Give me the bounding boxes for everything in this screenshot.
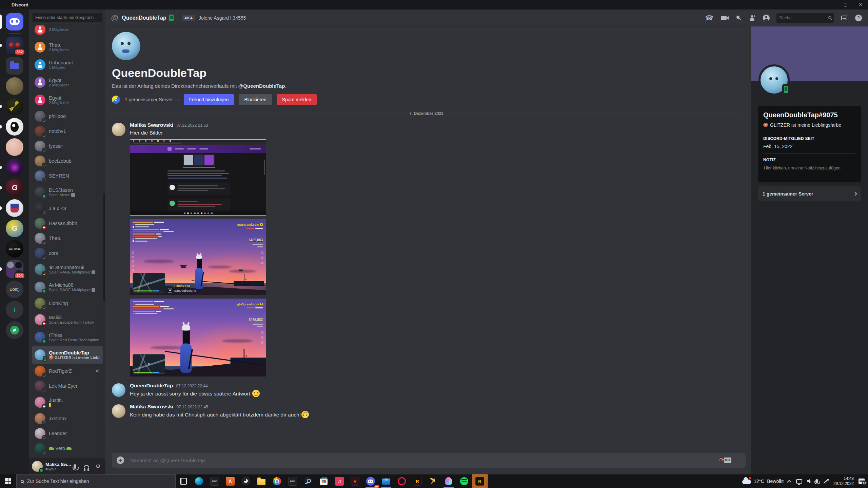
dm-item-maikiii[interactable]: MaikiiiSpielt Escape from Tarkov: [32, 311, 103, 328]
chat-search-input[interactable]: [779, 15, 828, 20]
start-button[interactable]: [0, 474, 16, 488]
sidebar-scrollbar[interactable]: [103, 193, 105, 302]
taskbar-app-explorer[interactable]: [254, 474, 269, 488]
mutual-servers-button[interactable]: 1 gemeinsamer Server: [758, 186, 861, 201]
dm-item-lionking[interactable]: LionKing: [32, 296, 103, 311]
cast-icon[interactable]: [796, 479, 802, 484]
find-conversation-button[interactable]: Finde oder starte ein Gespräch: [33, 13, 102, 22]
dm-item-lek-mai-eyer[interactable]: Lek Mai Eyer: [32, 379, 103, 393]
dm-item-jxstinhx[interactable]: Jxstinhx: [32, 411, 103, 426]
start-video-call-button[interactable]: [719, 14, 728, 22]
start-call-button[interactable]: ☎: [705, 14, 713, 22]
pen-icon[interactable]: [823, 479, 828, 484]
inbox-button[interactable]: [840, 14, 848, 22]
help-button[interactable]: ?: [854, 14, 863, 22]
taskbar-app-operagx[interactable]: [394, 474, 410, 488]
rail-item-penguin[interactable]: [0, 117, 29, 137]
taskbar-app-tiktok[interactable]: ♫: [332, 474, 347, 488]
attachment-image-forum-screenshot[interactable]: [130, 139, 266, 216]
chat-search[interactable]: [776, 13, 834, 23]
block-button[interactable]: Blockieren: [239, 94, 272, 105]
taskbar-app-taskview[interactable]: [176, 474, 191, 488]
taskbar-app-rockstar[interactable]: R: [410, 474, 425, 488]
rail-item-la-honda[interactable]: La Honda: [0, 239, 29, 259]
tray-overflow-chevron-icon[interactable]: [787, 480, 791, 484]
taskbar-app-chrome[interactable]: [269, 474, 285, 488]
taskbar-app-steam[interactable]: [300, 474, 316, 488]
rail-item-crest[interactable]: [0, 198, 29, 218]
attachment-image-gta-sunset-close[interactable]: gta5grand.com3 $465,883: [130, 299, 266, 377]
dm-item-theo-[interactable]: Theo.2 Mitglieder: [32, 38, 103, 56]
dm-item-queendoubletap[interactable]: QueenDoubleTapGLITZER ist meine Lieblin.…: [32, 346, 103, 364]
gif-picker-button[interactable]: GIF: [724, 458, 731, 463]
message-author[interactable]: QueenDoubleTap: [130, 383, 173, 389]
taskbar-app-mail[interactable]: [378, 474, 394, 488]
volume-button[interactable]: ): [807, 479, 811, 484]
pinned-messages-button[interactable]: [734, 14, 742, 22]
settings-button[interactable]: ⚙: [93, 462, 103, 471]
close-dm-icon[interactable]: ✕: [95, 368, 100, 374]
notification-center-button[interactable]: 10: [859, 479, 865, 484]
dm-item-egypt[interactable]: Egypt2 Mitglieder: [32, 74, 103, 91]
minimize-button[interactable]: [823, 0, 838, 9]
taskbar-app-obs[interactable]: [238, 474, 254, 488]
weather-widget[interactable]: 12°C Bewölkt: [742, 478, 784, 484]
dm-item-beelzebub[interactable]: beelzebub: [32, 154, 103, 168]
rail-item-server-eyes[interactable]: 362: [0, 35, 29, 56]
rail-item-monkey[interactable]: [0, 76, 29, 96]
message-scroller[interactable]: QueenDoubleTap Das ist der Anfang deines…: [105, 26, 751, 474]
chat-title[interactable]: QueenDoubleTap: [122, 15, 166, 21]
taskbar-app-valorant[interactable]: V: [347, 474, 363, 488]
attachment-image-gta-sunset[interactable]: gta5grand.com3 $465,883: [130, 219, 266, 295]
rail-item-bandit[interactable]: [0, 96, 29, 117]
dm-item-hidden[interactable]: 2 Mitglieder: [32, 25, 103, 38]
rail-item-folder-204[interactable]: 204: [0, 259, 29, 279]
taskbar-app-edge[interactable]: [191, 474, 207, 488]
dm-item-justin-[interactable]: Justin.: [32, 393, 103, 411]
attach-file-button[interactable]: +: [117, 456, 124, 464]
taskbar-search[interactable]: [16, 474, 176, 488]
dm-item-zors[interactable]: zors: [32, 246, 103, 261]
dm-item-zerus[interactable]: Zerus: [32, 456, 103, 458]
message-input[interactable]: [130, 458, 719, 463]
report-spam-button[interactable]: Spam melden: [277, 94, 317, 105]
mutual-servers-label[interactable]: 1 gemeinsamer Server: [125, 97, 173, 102]
taskbar-app-discord[interactable]: 9+: [363, 474, 378, 488]
dm-item-dls-jason[interactable]: DLS/JasonSpielt Medal: [32, 183, 103, 201]
dm-item-veto[interactable]: Veto: [32, 441, 103, 456]
profile-avatar[interactable]: [758, 64, 790, 96]
self-avatar[interactable]: [32, 461, 43, 472]
dm-item-rthies[interactable]: rThiesSpielt Red Dead Redemption 2: [32, 328, 103, 346]
mute-button[interactable]: [70, 462, 80, 471]
dm-item-theo-[interactable]: Theo.: [32, 231, 103, 246]
rail-item-peach[interactable]: [0, 137, 29, 157]
deafen-button[interactable]: [82, 462, 91, 471]
taskbar-app-lostark[interactable]: Λ: [222, 474, 238, 488]
dm-item--damunnator-[interactable]: ♛Damunnator♛Spielt RAGE Multiplayer: [32, 261, 103, 278]
taskbar-app-pickaxe[interactable]: [425, 474, 441, 488]
rail-item-demon[interactable]: [0, 157, 29, 178]
taskbar-app-store[interactable]: [316, 474, 332, 488]
dm-item-leander[interactable]: Leander: [32, 426, 103, 441]
rail-item-explore[interactable]: [0, 320, 29, 340]
dm-item-seyren[interactable]: SEYREN: [32, 168, 103, 183]
add-friend-to-dm-button[interactable]: +: [748, 14, 756, 22]
dm-item-hassanjibbit[interactable]: HassanJibbit: [32, 216, 103, 231]
avatar[interactable]: [112, 123, 125, 136]
dm-item-redtigerz[interactable]: RedTigerZ✕: [32, 364, 103, 379]
rail-item-home[interactable]: [0, 12, 29, 32]
dm-item-notchv1[interactable]: notchv1: [32, 124, 103, 139]
self-username[interactable]: Malika Sw...: [45, 462, 67, 467]
taskbar-app-rockstar2[interactable]: R: [472, 474, 488, 488]
avatar[interactable]: [112, 404, 125, 418]
dm-item-airmicha88[interactable]: AirMicha88Spielt RAGE Multiplayer: [32, 278, 103, 296]
taskbar-app-flame[interactable]: [441, 474, 456, 488]
tray-microphone-icon[interactable]: [815, 479, 818, 483]
dm-item-phillooo[interactable]: phillooo: [32, 109, 103, 124]
rail-item-g-esport[interactable]: G: [0, 178, 29, 198]
taskbar-app-spotify[interactable]: [456, 474, 472, 488]
taskbar-search-input[interactable]: [27, 479, 171, 484]
taskbar-app-epic2[interactable]: EPIC: [285, 474, 300, 488]
message-author[interactable]: Malika Swarovski: [130, 122, 173, 128]
rail-item-folder-open[interactable]: [0, 56, 29, 76]
